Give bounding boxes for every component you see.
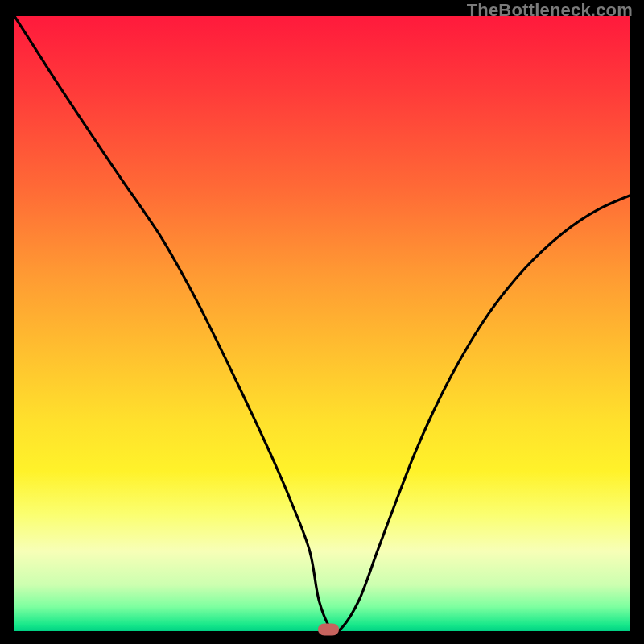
optimum-marker	[318, 623, 339, 635]
chart-plot-area	[14, 16, 630, 631]
bottleneck-curve	[14, 16, 630, 631]
chart-frame: TheBottleneck.com	[0, 0, 644, 644]
attribution-text: TheBottleneck.com	[467, 0, 633, 21]
